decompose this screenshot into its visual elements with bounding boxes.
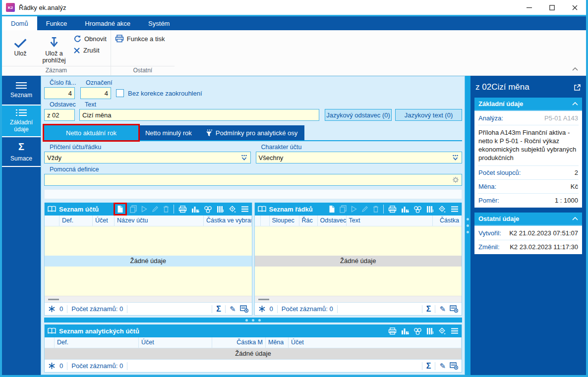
table-menu-button[interactable] [241, 206, 249, 212]
table-body[interactable]: Žádné údaje [45, 226, 252, 296]
sum-button[interactable]: Σ [426, 305, 431, 314]
open-preview-button[interactable] [574, 84, 581, 91]
column-header[interactable] [255, 215, 261, 226]
section-header[interactable]: Základní údaje [474, 98, 582, 111]
process-button[interactable] [413, 206, 422, 213]
ribbon-collapse-button[interactable] [572, 65, 578, 72]
text-field[interactable]: Cizí měna [79, 109, 319, 121]
column-header-ucet2[interactable]: Účet [289, 337, 462, 348]
tab-netto-aktualni-rok[interactable]: Netto aktuální rok [44, 125, 138, 140]
charakter-uctu-dropdown[interactable]: Všechny [256, 152, 463, 163]
column-header[interactable] [45, 215, 59, 226]
functions-print-button[interactable]: Funkce a tisk [115, 33, 165, 43]
column-header[interactable] [45, 337, 55, 348]
edit-record-button[interactable] [361, 206, 368, 213]
process-button[interactable] [413, 327, 422, 335]
column-header-odstavec[interactable]: Odstavec [318, 215, 347, 226]
column-header-sloupec[interactable]: Sloupec [270, 215, 299, 226]
oznaceni-field[interactable]: 4 [80, 87, 111, 99]
maximize-button[interactable] [540, 0, 563, 15]
add-note-button[interactable] [450, 305, 458, 313]
jazykovy-text-button[interactable]: Jazykový text (0) [395, 109, 462, 121]
add-note-button[interactable] [240, 305, 248, 313]
edit-button[interactable]: ✎ [439, 305, 446, 314]
sidebar-item-zakladni-udaje[interactable]: Základní údaje [2, 106, 41, 137]
sum-button[interactable]: Σ [426, 362, 431, 371]
table-body[interactable]: Žádné údaje [45, 348, 462, 359]
odstavec-field[interactable]: z 02 [44, 109, 75, 121]
delete-record-button[interactable] [373, 206, 379, 213]
save-button[interactable]: Ulož [6, 33, 35, 57]
refresh-button[interactable]: Obnovit [73, 35, 107, 43]
print-button[interactable] [178, 206, 187, 213]
copy-record-button[interactable] [340, 205, 347, 213]
sidebar-item-sumace[interactable]: Σ Sumace [2, 137, 41, 167]
ribbon-tab-funkce[interactable]: Funkce [37, 16, 76, 30]
column-header-def[interactable]: Def. [59, 215, 93, 226]
column-header[interactable] [261, 215, 270, 226]
column-header-nazev-uctu[interactable]: Název účtu [115, 215, 204, 226]
ribbon-tab-system[interactable]: Systém [139, 16, 178, 30]
column-header-mena[interactable]: Měna [266, 337, 289, 348]
ribbon-tab-domu[interactable]: Domů [2, 16, 37, 30]
chart-button[interactable] [401, 206, 409, 213]
collapse-section-button[interactable] [572, 217, 578, 220]
new-record-button[interactable] [329, 205, 335, 213]
settings-button[interactable] [438, 327, 446, 335]
column-header-castka[interactable]: Částka ve vybran [204, 215, 252, 226]
settings-button[interactable] [229, 206, 236, 213]
columns-button[interactable] [426, 206, 434, 213]
run-button[interactable] [141, 206, 147, 213]
chart-button[interactable] [401, 327, 409, 335]
column-header-text[interactable]: Text [347, 215, 433, 226]
edit-record-button[interactable] [152, 206, 159, 213]
horizontal-scrollbar[interactable] [255, 296, 462, 302]
column-header-castka-m[interactable]: Částka M [212, 337, 266, 348]
tab-podminky-pro-analyticke-osy[interactable]: Podmínky pro analytické osy [199, 125, 304, 140]
field-label: Přičtení účtu/řádku [50, 144, 251, 151]
cancel-button[interactable]: Zrušit [73, 47, 107, 54]
column-header-ucet[interactable]: Účet [93, 215, 115, 226]
prichteni-uctu-dropdown[interactable]: Vždy [44, 152, 251, 163]
copy-record-button[interactable] [130, 205, 137, 213]
new-record-button[interactable] [115, 204, 125, 214]
bez-korekce-checkbox[interactable] [116, 89, 124, 97]
process-button[interactable] [204, 206, 212, 213]
columns-button[interactable] [426, 327, 434, 335]
chart-button[interactable] [191, 206, 199, 213]
cislo-radku-field[interactable]: 4 [44, 87, 75, 99]
print-button[interactable] [388, 206, 397, 213]
tab-netto-minuly-rok[interactable]: Netto minulý rok [138, 125, 199, 140]
ribbon-tab-hromadne-akce[interactable]: Hromadné akce [76, 16, 139, 30]
close-button[interactable] [563, 0, 586, 15]
table-menu-button[interactable] [451, 206, 459, 212]
edit-button[interactable]: ✎ [230, 305, 236, 314]
table-menu-button[interactable] [451, 328, 459, 334]
column-header-radek[interactable]: Řác [299, 215, 318, 226]
columns-button[interactable] [217, 206, 224, 213]
horizontal-scrollbar[interactable] [45, 296, 252, 302]
column-headers: Def. Účet Částka M Měna Účet [45, 337, 462, 348]
horizontal-splitter[interactable] [44, 318, 462, 323]
collapse-section-button[interactable] [572, 102, 578, 106]
delete-record-button[interactable] [163, 206, 169, 213]
section-header[interactable]: Ostatní údaje [474, 213, 582, 226]
run-button[interactable] [351, 206, 357, 213]
column-header-ucet[interactable]: Účet [139, 337, 212, 348]
column-header-def[interactable]: Def. [55, 337, 139, 348]
scrollbar-thumb[interactable] [258, 299, 269, 300]
table-body[interactable]: Žádné údaje [255, 226, 462, 296]
sum-button[interactable]: Σ [216, 305, 221, 314]
sidebar-item-seznam[interactable]: Seznam [2, 76, 41, 106]
print-button[interactable] [388, 327, 397, 335]
pomocna-definice-field[interactable] [44, 174, 462, 186]
scrollbar-thumb[interactable] [48, 299, 59, 300]
column-header-castka[interactable]: Částka [433, 215, 462, 226]
add-note-button[interactable] [450, 362, 458, 370]
save-and-view-button[interactable]: Ulož a prohlížej [40, 33, 68, 64]
minimize-button[interactable] [518, 0, 540, 15]
edit-button[interactable]: ✎ [439, 362, 446, 371]
settings-button[interactable] [438, 206, 446, 213]
vertical-splitter[interactable] [465, 76, 470, 375]
jazykovy-odstavec-button[interactable]: Jazykový odstavec (0) [325, 109, 392, 121]
